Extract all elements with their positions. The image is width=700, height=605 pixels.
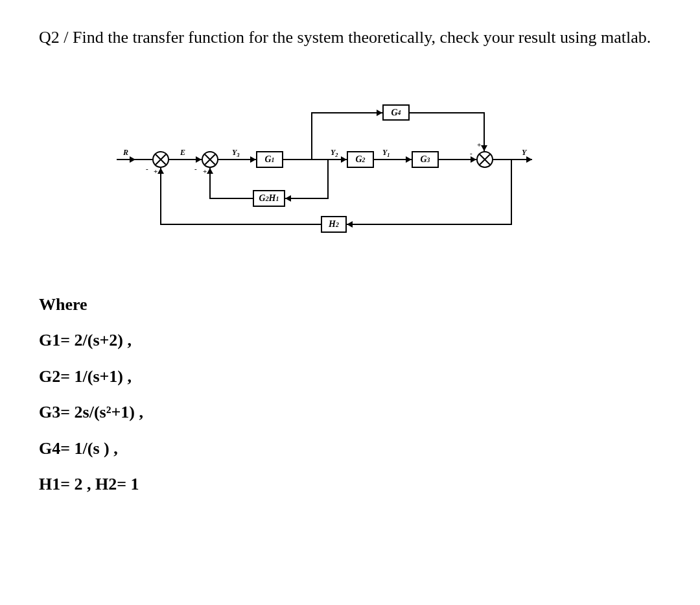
block-g3: G3 — [412, 151, 439, 168]
question-prefix: Q2 / — [39, 28, 73, 47]
equation-g3: G3= 2s/(s²+1) , — [39, 396, 661, 428]
question-body: Find the transfer function for the syste… — [73, 28, 651, 47]
signal-r-label: R — [123, 148, 128, 158]
equation-g2: G2= 1/(s+1) , — [39, 361, 661, 392]
signal-e-label: E — [180, 148, 185, 158]
equation-g1: G1= 2/(s+2) , — [39, 324, 661, 356]
signal-y1-label: Y1 — [382, 148, 390, 158]
block-g1: G1 — [256, 151, 283, 168]
sign-minus-3: - — [470, 149, 472, 157]
block-g2: G2 — [347, 151, 374, 168]
signal-y2-label: Y2 — [331, 148, 338, 158]
block-h2: H2 — [321, 216, 347, 233]
equation-h1-h2: H1= 2 , H2= 1 — [39, 468, 661, 500]
sign-minus-2: - — [194, 165, 197, 172]
block-diagram: R - + E + - Y3 G1 Y2 G2 Y1 G3 + - Y G4 — [117, 94, 570, 256]
where-heading: Where — [39, 289, 661, 320]
summing-junction-1 — [152, 151, 169, 168]
summing-junction-2 — [202, 151, 218, 168]
where-section: Where G1= 2/(s+2) , G2= 1/(s+1) , G3= 2s… — [39, 289, 661, 500]
signal-y3-label: Y3 — [232, 148, 240, 158]
signal-y-label: Y — [522, 148, 526, 158]
equation-g4: G4= 1/(s ) , — [39, 433, 661, 464]
sign-minus: - — [146, 165, 148, 172]
summing-junction-3 — [476, 151, 493, 168]
block-g2h1: G2H1 — [253, 190, 285, 207]
question-text: Q2 / Find the transfer function for the … — [39, 26, 661, 49]
block-g4: G4 — [382, 104, 410, 121]
